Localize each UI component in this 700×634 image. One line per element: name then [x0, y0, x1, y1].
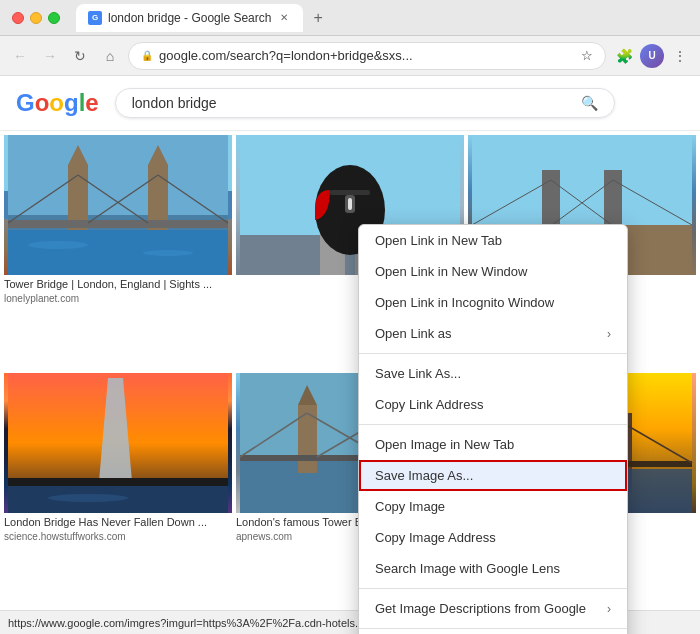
context-menu-open-new-tab[interactable]: Open Link in New Tab	[359, 225, 627, 256]
context-menu-copy-image-address[interactable]: Copy Image Address	[359, 522, 627, 553]
svg-rect-21	[348, 198, 352, 210]
address-text: google.com/search?q=london+bridge&sxs...	[159, 48, 575, 63]
avatar: U	[640, 44, 664, 68]
image-shard	[4, 373, 232, 513]
home-button[interactable]: ⌂	[98, 44, 122, 68]
context-menu-divider-3	[359, 588, 627, 589]
google-logo: Google	[16, 89, 99, 117]
svg-point-34	[48, 494, 128, 502]
svg-point-12	[28, 241, 88, 249]
image-caption-1: Tower Bridge | London, England | Sights …	[4, 275, 232, 293]
context-menu-copy-link-address[interactable]: Copy Link Address	[359, 389, 627, 420]
address-input[interactable]: 🔒 google.com/search?q=london+bridge&sxs.…	[128, 42, 606, 70]
maximize-button[interactable]	[48, 12, 60, 24]
extensions-icon[interactable]: 🧩	[612, 44, 636, 68]
reload-button[interactable]: ↻	[68, 44, 92, 68]
context-menu-open-image-new-tab[interactable]: Open Image in New Tab	[359, 429, 627, 460]
context-menu-search-image[interactable]: Search Image with Google Lens	[359, 553, 627, 584]
context-menu-copy-image[interactable]: Copy Image	[359, 491, 627, 522]
context-menu-save-link-as[interactable]: Save Link As...	[359, 358, 627, 389]
search-query: london bridge	[132, 95, 217, 111]
back-button[interactable]: ←	[8, 44, 32, 68]
menu-icon[interactable]: ⋮	[668, 44, 692, 68]
context-menu-open-as[interactable]: Open Link as ›	[359, 318, 627, 349]
context-menu-divider-2	[359, 424, 627, 425]
tab-favicon: G	[88, 11, 102, 25]
active-tab[interactable]: G london bridge - Google Search ✕	[76, 4, 303, 32]
svg-rect-19	[330, 190, 370, 195]
context-menu-divider-4	[359, 628, 627, 629]
image-source-4: science.howstuffworks.com	[4, 531, 232, 542]
chevron-right-icon: ›	[607, 327, 611, 341]
svg-rect-6	[8, 220, 228, 228]
star-icon: ☆	[581, 48, 593, 63]
image-cell-4[interactable]: London Bridge Has Never Fallen Down ... …	[4, 373, 232, 607]
toolbar-icons: 🧩 U ⋮	[612, 44, 692, 68]
image-tower-bridge	[4, 135, 232, 275]
context-menu: Open Link in New Tab Open Link in New Wi…	[358, 224, 628, 634]
chevron-right-icon-2: ›	[607, 602, 611, 616]
tab-title: london bridge - Google Search	[108, 11, 271, 25]
google-header: Google london bridge 🔍	[0, 76, 700, 131]
profile-icon[interactable]: U	[640, 44, 664, 68]
main-content: Google london bridge 🔍	[0, 76, 700, 610]
traffic-lights	[12, 12, 60, 24]
search-box[interactable]: london bridge 🔍	[115, 88, 615, 118]
tab-close-button[interactable]: ✕	[277, 11, 291, 25]
svg-rect-37	[298, 405, 317, 473]
context-menu-get-descriptions[interactable]: Get Image Descriptions from Google ›	[359, 593, 627, 624]
title-bar: G london bridge - Google Search ✕ +	[0, 0, 700, 36]
image-caption-4: London Bridge Has Never Fallen Down ...	[4, 513, 232, 531]
tab-bar: G london bridge - Google Search ✕ +	[76, 4, 688, 32]
image-cell-1[interactable]: Tower Bridge | London, England | Sights …	[4, 135, 232, 369]
svg-point-13	[143, 250, 193, 256]
svg-rect-11	[8, 230, 228, 275]
close-button[interactable]	[12, 12, 24, 24]
context-menu-save-image-as[interactable]: Save Image As...	[359, 460, 627, 491]
address-bar-row: ← → ↻ ⌂ 🔒 google.com/search?q=london+bri…	[0, 36, 700, 76]
search-icon: 🔍	[581, 95, 598, 111]
minimize-button[interactable]	[30, 12, 42, 24]
new-tab-button[interactable]: +	[307, 7, 328, 29]
svg-rect-32	[8, 478, 228, 486]
forward-button[interactable]: →	[38, 44, 62, 68]
image-source-1: lonelyplanet.com	[4, 293, 232, 304]
context-menu-divider-1	[359, 353, 627, 354]
context-menu-open-new-window[interactable]: Open Link in New Window	[359, 256, 627, 287]
context-menu-open-incognito[interactable]: Open Link in Incognito Window	[359, 287, 627, 318]
lock-icon: 🔒	[141, 50, 153, 61]
